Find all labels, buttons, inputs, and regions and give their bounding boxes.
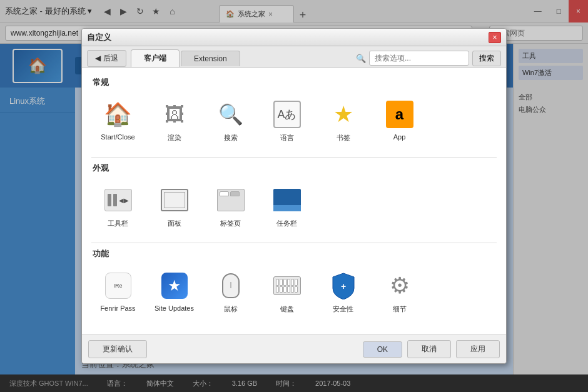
fenrir-pass-label: Fenrir Pass	[100, 304, 135, 312]
star-icon: ★	[333, 101, 353, 128]
section-appearance-header: 外观	[91, 163, 497, 174]
item-taskbar[interactable]: 任务栏	[260, 180, 313, 233]
render-label: 渲染	[168, 133, 181, 143]
tab-indicator-1	[220, 191, 229, 196]
tab-indicator-2	[230, 191, 240, 196]
item-security[interactable]: + 安全性	[317, 266, 370, 319]
item-bookmark[interactable]: ★ 书签	[317, 94, 370, 148]
taskbar-icon-box	[273, 189, 301, 211]
dialog-tabs: ◀ 后退 客户端 Extension 🔍 搜索	[82, 46, 506, 68]
language-icon: Aあ	[272, 99, 302, 129]
mouse-icon-container	[216, 271, 246, 301]
security-label: 安全性	[333, 304, 353, 314]
bookmark-icon: ★	[328, 99, 358, 129]
section-general-grid: 🏠 Start/Close 🖼 渲染 🔍 搜索	[91, 94, 497, 148]
fenrir-icon-box: IRe	[105, 273, 131, 299]
dialog-search-area: 🔍 搜索	[356, 51, 501, 66]
item-app[interactable]: a App	[373, 94, 426, 148]
panel-inner	[164, 192, 185, 208]
key-7	[276, 286, 279, 293]
ok-button[interactable]: OK	[363, 341, 402, 358]
dialog-overlay: 自定义 × ◀ 后退 客户端 Extension 🔍 搜索 常规	[0, 0, 588, 392]
keyboard-icon-container	[272, 271, 302, 301]
security-icon-container: +	[328, 271, 358, 301]
toolbar-line-2	[113, 194, 117, 206]
panel-label: 面板	[168, 219, 181, 228]
keyboard-icon-shape	[273, 276, 301, 295]
security-icon: +	[328, 271, 358, 301]
taskbar-bar	[273, 205, 301, 211]
item-render[interactable]: 🖼 渲染	[148, 94, 201, 148]
star-badge-icon: ★	[161, 273, 188, 299]
back-arrow-icon: ◀	[95, 54, 101, 63]
mouse-scroll-line	[230, 282, 231, 288]
svg-text:+: +	[340, 281, 345, 291]
tabs-label: 标签页	[220, 219, 241, 228]
dialog-search-input[interactable]	[369, 51, 469, 66]
start-close-icon: 🏠	[103, 99, 133, 129]
back-label: 后退	[103, 53, 118, 64]
dialog-close-button[interactable]: ×	[489, 32, 501, 43]
toolbar-icon: ◀▶	[103, 185, 133, 215]
key-2	[280, 279, 283, 286]
dialog-body: 常规 🏠 Start/Close 🖼 渲染	[82, 68, 506, 334]
key-12	[295, 286, 298, 293]
tab-extension[interactable]: Extension	[181, 51, 240, 66]
amazon-icon: a	[386, 101, 413, 128]
section-function-header: 功能	[91, 248, 497, 259]
search-option-label: 搜索	[224, 133, 238, 143]
site-updates-label: Site Updates	[155, 304, 194, 312]
key-9	[283, 286, 286, 293]
item-keyboard[interactable]: 键盘	[260, 266, 313, 319]
update-confirm-button[interactable]: 更新确认	[88, 340, 147, 358]
key-10	[287, 286, 290, 293]
key-4	[287, 279, 290, 286]
details-label: 细节	[393, 304, 407, 314]
item-toolbar[interactable]: ◀▶ 工具栏	[91, 180, 144, 233]
item-details[interactable]: ⚙ 细节	[373, 266, 426, 319]
divider-2	[91, 243, 497, 243]
cancel-button[interactable]: 取消	[407, 340, 451, 358]
taskbar-icon	[272, 185, 302, 215]
key-5	[291, 279, 294, 286]
item-panel[interactable]: 面板	[148, 180, 201, 233]
dialog-footer: 更新确认 OK 取消 应用	[82, 334, 506, 363]
item-site-updates[interactable]: ★ Site Updates	[148, 266, 201, 319]
apply-button[interactable]: 应用	[456, 340, 500, 358]
keyboard-icon	[272, 271, 302, 301]
section-function-grid: IRe Fenrir Pass ★ Site Updates	[91, 266, 497, 319]
divider-1	[91, 157, 497, 158]
dialog-search-button[interactable]: 搜索	[472, 51, 501, 66]
key-11	[291, 286, 294, 293]
panel-icon	[160, 185, 190, 215]
details-icon: ⚙	[385, 271, 415, 301]
mouse-label: 鼠标	[224, 304, 238, 314]
tab-client[interactable]: 客户端	[131, 49, 180, 67]
item-language[interactable]: Aあ 语言	[260, 94, 313, 148]
item-mouse[interactable]: 鼠标	[204, 266, 257, 319]
keyboard-label: 键盘	[280, 304, 294, 314]
dialog-search-icon: 🔍	[356, 54, 366, 63]
item-tabs[interactable]: 标签页	[204, 180, 257, 233]
search-option-icon: 🔍	[216, 99, 246, 129]
key-8	[280, 286, 283, 293]
item-search[interactable]: 🔍 搜索	[204, 94, 257, 148]
render-icon: 🖼	[160, 99, 190, 129]
tabs-icon-box	[217, 189, 245, 211]
dialog-title: 自定义	[87, 32, 111, 43]
item-start-close[interactable]: 🏠 Start/Close	[91, 94, 144, 148]
toolbar-line-1	[108, 194, 111, 206]
start-close-label: Start/Close	[101, 133, 134, 141]
item-fenrir-pass[interactable]: IRe Fenrir Pass	[91, 266, 144, 319]
toolbar-icon-box: ◀▶	[104, 189, 132, 211]
fenrir-pass-icon: IRe	[103, 271, 133, 301]
dialog-back-button[interactable]: ◀ 后退	[87, 50, 126, 67]
key-3	[283, 279, 286, 286]
section-appearance-grid: ◀▶ 工具栏 面板	[91, 180, 497, 233]
taskbar-label: 任务栏	[276, 219, 297, 228]
language-label: 语言	[280, 133, 294, 143]
site-updates-icon: ★	[160, 271, 190, 301]
section-general-header: 常规	[91, 77, 497, 88]
panel-icon-box	[161, 189, 188, 211]
mouse-icon	[216, 271, 246, 301]
